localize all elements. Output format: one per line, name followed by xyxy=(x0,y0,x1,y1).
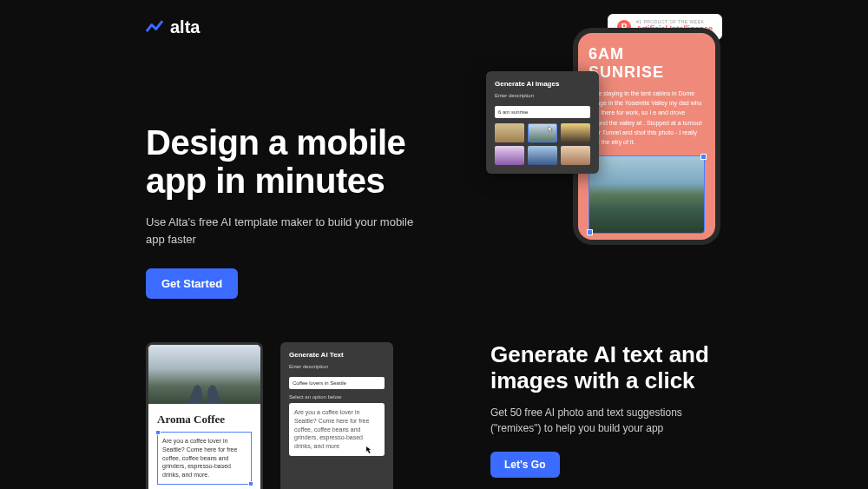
ai-text-panel-label: Enter description xyxy=(289,364,385,369)
ai-images-panel: Generate AI Images Enter description xyxy=(486,71,599,174)
ai-thumbnail[interactable] xyxy=(495,123,524,142)
phone-coffee-title: Aroma Coffee xyxy=(157,413,252,426)
hero-subtitle: Use Alta's free AI template maker to bui… xyxy=(146,214,424,248)
ai-text-panel-title: Generate AI Text xyxy=(289,351,385,359)
section2-subtitle: Get 50 free AI photo and text suggestion… xyxy=(490,405,733,436)
ai-thumbnail-selected[interactable] xyxy=(528,123,557,142)
get-started-button[interactable]: Get Started xyxy=(146,268,238,299)
phone-mockup-coffee: Aroma Coffee Are you a coffee lover in S… xyxy=(146,342,263,489)
phone-image xyxy=(589,155,705,234)
hero-title: Design a mobile app in minutes xyxy=(146,123,424,200)
section2-title: Generate AI text and images with a click xyxy=(490,342,733,394)
phone-coffee-image xyxy=(148,345,260,404)
logo[interactable]: alta xyxy=(146,17,200,37)
ai-description-input[interactable] xyxy=(495,106,590,118)
ai-thumbnail[interactable] xyxy=(495,146,524,165)
lets-go-button[interactable]: Let's Go xyxy=(490,452,560,478)
cursor-icon xyxy=(548,126,555,133)
ai-thumbnail[interactable] xyxy=(561,123,590,142)
phone-coffee-text: Are you a coffee lover in Seattle? Come … xyxy=(157,432,252,485)
ai-panel-title: Generate AI Images xyxy=(495,80,590,88)
cursor-icon xyxy=(365,446,374,454)
logo-icon xyxy=(146,20,163,34)
logo-text: alta xyxy=(170,17,200,37)
ai-text-option[interactable]: Are you a coffee lover in Seattle? Come … xyxy=(289,403,385,456)
ai-text-description-input[interactable] xyxy=(289,377,385,389)
phone-title: 6AM SUNRISE xyxy=(589,45,705,82)
ai-thumbnail[interactable] xyxy=(528,146,557,165)
ai-thumbnail[interactable] xyxy=(561,146,590,165)
phone-body-text: were staying in the tent cabins in Dome … xyxy=(589,89,705,147)
ai-text-select-label: Select an option below xyxy=(289,394,385,400)
ai-panel-label: Enter description xyxy=(495,93,590,98)
ai-text-panel: Generate AI Text Enter description Selec… xyxy=(280,342,393,489)
